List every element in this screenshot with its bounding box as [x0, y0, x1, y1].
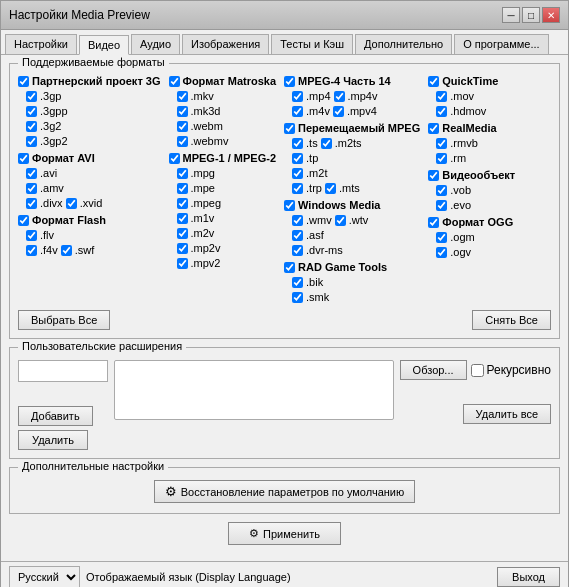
flash-checkbox[interactable] — [18, 215, 29, 226]
tp-checkbox[interactable] — [292, 153, 303, 164]
tab-images[interactable]: Изображения — [182, 34, 269, 54]
m2v-checkbox[interactable] — [177, 228, 188, 239]
vobject-checkbox[interactable] — [428, 170, 439, 181]
3g2-checkbox[interactable] — [26, 121, 37, 132]
rad-header: RAD Game Tools — [284, 260, 420, 274]
language-select[interactable]: Русский — [9, 566, 80, 587]
hdmov-checkbox[interactable] — [436, 106, 447, 117]
mpe-checkbox[interactable] — [177, 183, 188, 194]
add-extension-button[interactable]: Добавить — [18, 406, 93, 426]
3gp2-checkbox[interactable] — [26, 136, 37, 147]
format-col-2: Формат Matroska .mkv .mk3d .webm — [169, 72, 277, 304]
dvrms-checkbox[interactable] — [292, 245, 303, 256]
asf-checkbox[interactable] — [292, 230, 303, 241]
tab-audio[interactable]: Аудио — [131, 34, 180, 54]
matroska-checkbox[interactable] — [169, 76, 180, 87]
quicktime-header: QuickTime — [428, 74, 518, 88]
asf-item: .asf — [284, 228, 420, 242]
extensions-list[interactable] — [114, 360, 394, 420]
amv-checkbox[interactable] — [26, 183, 37, 194]
format-col-3: MPEG-4 Часть 14 .mp4 .mp4v .m4v .mpv4 — [284, 72, 420, 304]
mpv2-checkbox[interactable] — [177, 258, 188, 269]
quicktime-checkbox[interactable] — [428, 76, 439, 87]
m2t-item: .m2t — [284, 166, 420, 180]
matroska-header: Формат Matroska — [169, 74, 277, 88]
dvrms-item: .dvr-ms — [284, 243, 420, 257]
m1v-checkbox[interactable] — [177, 213, 188, 224]
webmv-checkbox[interactable] — [177, 136, 188, 147]
tab-additional[interactable]: Дополнительно — [355, 34, 452, 54]
mpv4-checkbox[interactable] — [333, 106, 344, 117]
ogm-item: .ogm — [428, 230, 518, 244]
mpeg12-checkbox[interactable] — [169, 153, 180, 164]
maximize-button[interactable]: □ — [522, 7, 540, 23]
m2ts-checkbox[interactable] — [321, 138, 332, 149]
f4v-checkbox[interactable] — [26, 245, 37, 256]
tab-tests[interactable]: Тесты и Кэш — [271, 34, 353, 54]
delete-button[interactable]: Удалить — [18, 430, 88, 450]
mpv2-item: .mpv2 — [169, 256, 277, 270]
3gpp-checkbox[interactable] — [26, 106, 37, 117]
avi-checkbox[interactable] — [26, 168, 37, 179]
divx-checkbox[interactable] — [26, 198, 37, 209]
tab-about[interactable]: О программе... — [454, 34, 548, 54]
ogv-checkbox[interactable] — [436, 247, 447, 258]
ogg-checkbox[interactable] — [428, 217, 439, 228]
m2t-checkbox[interactable] — [292, 168, 303, 179]
exit-button[interactable]: Выход — [497, 567, 560, 587]
extension-input[interactable] — [18, 360, 108, 382]
webm-checkbox[interactable] — [177, 121, 188, 132]
mk3d-checkbox[interactable] — [177, 106, 188, 117]
language-label: Отображаемый язык (Display Language) — [86, 571, 291, 583]
bik-item: .bik — [284, 275, 420, 289]
movable-mpeg-checkbox[interactable] — [284, 123, 295, 134]
browse-button[interactable]: Обзор... — [400, 360, 467, 380]
window-title: Настройки Media Preview — [9, 8, 150, 22]
mp4-checkbox[interactable] — [292, 91, 303, 102]
rm-checkbox[interactable] — [436, 153, 447, 164]
ts-checkbox[interactable] — [292, 138, 303, 149]
apply-button[interactable]: ⚙ Применить — [228, 522, 341, 545]
webm-item: .webm — [169, 119, 277, 133]
wmv-checkbox[interactable] — [292, 215, 303, 226]
delete-all-button[interactable]: Удалить все — [463, 404, 551, 424]
3g2-item: .3g2 — [18, 119, 161, 133]
wmedia-checkbox[interactable] — [284, 200, 295, 211]
mkv-checkbox[interactable] — [177, 91, 188, 102]
flv-checkbox[interactable] — [26, 230, 37, 241]
mts-checkbox[interactable] — [325, 183, 336, 194]
3gp-checkbox[interactable] — [26, 91, 37, 102]
deselect-all-button[interactable]: Снять Все — [472, 310, 551, 330]
mpeg12-header: MPEG-1 / MPEG-2 — [169, 151, 277, 165]
rad-checkbox[interactable] — [284, 262, 295, 273]
trp-checkbox[interactable] — [292, 183, 303, 194]
select-all-button[interactable]: Выбрать Все — [18, 310, 110, 330]
tab-video[interactable]: Видео — [79, 35, 129, 55]
mp4v-checkbox[interactable] — [334, 91, 345, 102]
ogm-checkbox[interactable] — [436, 232, 447, 243]
evo-checkbox[interactable] — [436, 200, 447, 211]
rmvb-item: .rmvb — [428, 136, 518, 150]
mpg-item: .mpg — [169, 166, 277, 180]
xvid-checkbox[interactable] — [66, 198, 77, 209]
3g-checkbox[interactable] — [18, 76, 29, 87]
mp2v-checkbox[interactable] — [177, 243, 188, 254]
mpeg4-checkbox[interactable] — [284, 76, 295, 87]
bik-checkbox[interactable] — [292, 277, 303, 288]
swf-checkbox[interactable] — [61, 245, 72, 256]
wtv-checkbox[interactable] — [335, 215, 346, 226]
rmvb-checkbox[interactable] — [436, 138, 447, 149]
vob-checkbox[interactable] — [436, 185, 447, 196]
avi-header-checkbox[interactable] — [18, 153, 29, 164]
mpg-checkbox[interactable] — [177, 168, 188, 179]
realmedia-checkbox[interactable] — [428, 123, 439, 134]
mov-checkbox[interactable] — [436, 91, 447, 102]
tab-nastroyki[interactable]: Настройки — [5, 34, 77, 54]
close-button[interactable]: ✕ — [542, 7, 560, 23]
recursive-checkbox[interactable] — [471, 364, 484, 377]
smk-checkbox[interactable] — [292, 292, 303, 303]
mpeg-checkbox[interactable] — [177, 198, 188, 209]
restore-defaults-button[interactable]: ⚙ Восстановление параметров по умолчанию — [154, 480, 415, 503]
m4v-checkbox[interactable] — [292, 106, 303, 117]
minimize-button[interactable]: ─ — [502, 7, 520, 23]
